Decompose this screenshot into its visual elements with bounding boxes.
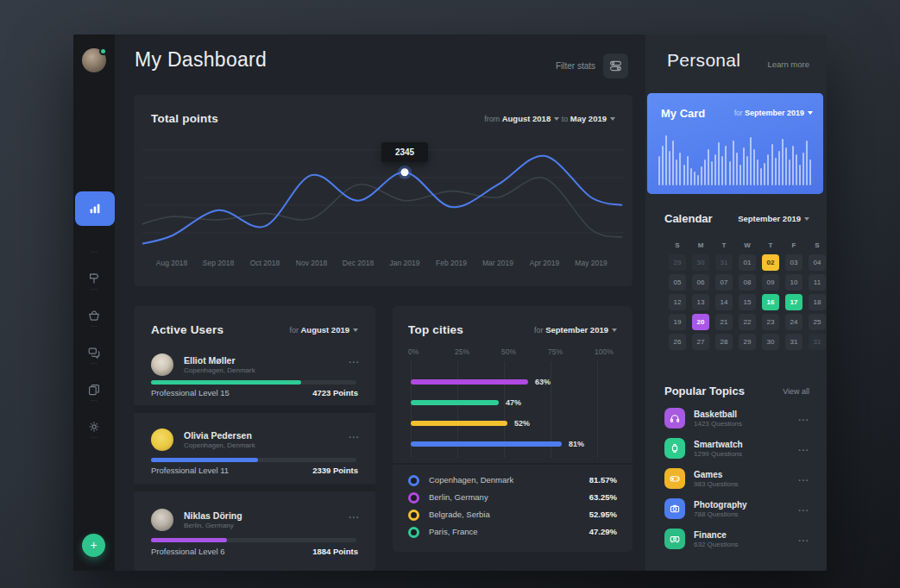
user-location: Copenhagen, Denmark <box>184 366 255 374</box>
gamepad-icon <box>664 468 685 489</box>
add-button[interactable]: + <box>82 534 105 557</box>
calendar-day[interactable]: 31 <box>809 334 826 350</box>
sidebar-item-dashboard[interactable] <box>75 191 115 226</box>
calendar-day[interactable]: 08 <box>739 274 756 291</box>
calendar-day[interactable]: 16 <box>762 294 779 310</box>
topic-count: 1299 Questions <box>694 450 742 458</box>
calendar-period-dropdown[interactable]: September 2019 <box>738 214 801 223</box>
x-axis-label: Sep 2018 <box>203 259 234 267</box>
personal-panel: Personal Learn more My Card for Septembe… <box>645 34 827 571</box>
legend-value: 63.25% <box>589 492 617 502</box>
calendar-day[interactable]: 29 <box>669 254 686 271</box>
sidebar-divider <box>91 400 98 401</box>
calendar-day[interactable]: 30 <box>762 334 779 350</box>
period-dropdown[interactable]: September 2019 <box>745 109 804 117</box>
card-bar <box>729 161 731 185</box>
calendar-day[interactable]: 04 <box>809 254 826 271</box>
my-card: My Card for September 2019 <box>647 93 823 194</box>
calendar-day[interactable]: 25 <box>809 314 826 330</box>
calendar-day[interactable]: 28 <box>715 334 733 350</box>
more-menu-button[interactable]: ... <box>798 534 809 543</box>
topic-row[interactable]: Smartwatch 1299 Questions ... <box>645 438 827 464</box>
sidebar-item-settings[interactable] <box>73 414 115 440</box>
calendar-day[interactable]: 03 <box>785 254 802 271</box>
user-points: 2339 Points <box>312 466 358 475</box>
calendar-day[interactable]: 10 <box>785 274 802 291</box>
legend-city-label: Paris, France <box>429 527 478 536</box>
calendar-day[interactable]: 20 <box>692 314 709 330</box>
card-bar <box>694 172 695 185</box>
calendar-day[interactable]: 19 <box>669 314 686 330</box>
to-value-dropdown[interactable]: May 2019 <box>570 114 607 123</box>
calendar-day[interactable]: 27 <box>692 334 709 350</box>
topic-count: 788 Questions <box>694 510 739 518</box>
sidebar-item-documents[interactable] <box>73 377 115 403</box>
calendar-day[interactable]: 26 <box>669 334 686 350</box>
city-bar-value: 47% <box>506 400 521 405</box>
calendar-day[interactable]: 15 <box>739 294 756 310</box>
sidebar-item-messages[interactable] <box>73 340 115 366</box>
calendar-day[interactable]: 07 <box>715 274 733 291</box>
calendar-day-header: W <box>739 241 756 249</box>
calendar-day[interactable]: 18 <box>809 294 826 310</box>
calendar-day[interactable]: 01 <box>739 254 756 271</box>
calendar-day[interactable]: 31 <box>785 334 802 350</box>
app-window: + My Dashboard Filter stats Total points… <box>73 34 827 571</box>
bar-chart-icon <box>88 202 102 216</box>
city-bar <box>411 400 499 405</box>
view-all-link[interactable]: View all <box>783 387 809 396</box>
period-dropdown[interactable]: September 2019 <box>545 325 608 335</box>
from-value-dropdown[interactable]: August 2018 <box>502 114 551 123</box>
calendar-day[interactable]: 02 <box>762 254 779 271</box>
legend-dot <box>408 475 419 486</box>
axis-tick-label: 0% <box>408 347 419 356</box>
calendar-day-header: M <box>692 241 709 249</box>
filter-stats-button[interactable] <box>603 53 628 78</box>
calendar-day[interactable]: 17 <box>785 294 802 310</box>
calendar-day[interactable]: 24 <box>785 314 802 330</box>
more-menu-button[interactable]: ... <box>798 413 809 422</box>
calendar-day[interactable]: 22 <box>739 314 756 330</box>
user-level: Professional Level 11 <box>151 466 229 475</box>
topic-row[interactable]: Games 983 Questions ... <box>645 468 827 494</box>
calendar-day[interactable]: 14 <box>715 294 733 310</box>
more-menu-button[interactable]: ... <box>798 443 809 453</box>
calendar-day[interactable]: 31 <box>715 254 733 271</box>
card-bar <box>704 160 706 185</box>
city-bar <box>411 421 507 426</box>
more-menu-button[interactable]: ... <box>349 510 360 520</box>
more-menu-button[interactable]: ... <box>349 355 360 365</box>
learn-more-link[interactable]: Learn more <box>767 59 809 69</box>
calendar-day[interactable]: 29 <box>739 334 756 350</box>
for-label: for <box>534 326 544 335</box>
progress-fill <box>151 538 227 542</box>
calendar-day[interactable]: 11 <box>809 274 826 291</box>
avatar[interactable] <box>82 48 106 72</box>
more-menu-button[interactable]: ... <box>798 473 809 483</box>
sidebar-item-milestones[interactable] <box>73 266 115 291</box>
topic-row[interactable]: Photography 788 Questions ... <box>645 498 827 524</box>
calendar-day[interactable]: 09 <box>762 274 779 291</box>
card-bar <box>799 165 801 185</box>
calendar-day[interactable]: 05 <box>669 274 686 291</box>
period-dropdown[interactable]: August 2019 <box>301 325 350 335</box>
highlight-dot[interactable] <box>401 168 409 176</box>
calendar-day[interactable]: 23 <box>762 314 779 330</box>
chevron-down-icon <box>353 328 358 332</box>
sidebar-item-basket[interactable] <box>73 303 115 328</box>
calendar-day-header: S <box>669 241 686 249</box>
calendar-day[interactable]: 13 <box>692 294 709 310</box>
calendar-day[interactable]: 12 <box>669 294 686 310</box>
calendar-day[interactable]: 30 <box>692 254 709 271</box>
card-bar <box>701 166 702 185</box>
calendar-day[interactable]: 06 <box>692 274 709 291</box>
calendar-day[interactable]: 21 <box>715 314 733 330</box>
topic-row[interactable]: Finance 632 Questions ... <box>645 529 827 554</box>
more-menu-button[interactable]: ... <box>349 430 360 440</box>
more-menu-button[interactable]: ... <box>798 504 809 513</box>
topic-row[interactable]: Basketball 1423 Questions ... <box>645 408 827 434</box>
card-title: Top cities <box>408 323 463 336</box>
chart-tooltip: 2345 <box>381 142 428 162</box>
user-name: Niklas Döring <box>184 510 242 521</box>
user-name: Elliot Møller <box>184 355 236 366</box>
